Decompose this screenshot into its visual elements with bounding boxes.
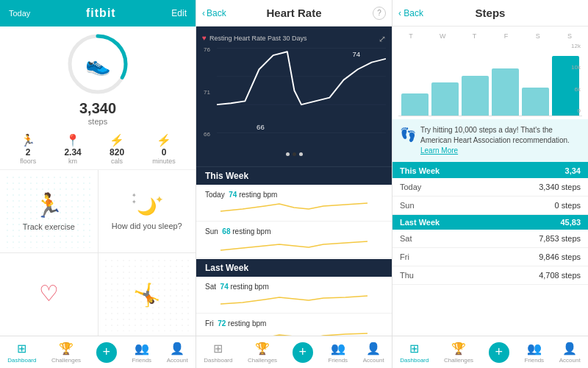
- add-button-2[interactable]: +: [293, 342, 313, 363]
- steps-title: Steps: [476, 7, 506, 19]
- sleep-icon-container: ✦✦ 🌙 ✦: [129, 192, 165, 222]
- account-icon: 👤: [170, 342, 184, 355]
- sat-step-item[interactable]: Sat 7,853 steps: [392, 230, 588, 248]
- bottom-nav-1: ⊞ Dashboard 🏆 Challenges + 👥 Friends 👤 A…: [0, 336, 196, 368]
- sat-bpm-item[interactable]: Sat 74 resting bpm: [196, 277, 392, 314]
- thu-step-day: Thu: [400, 271, 414, 280]
- nav-friends-1[interactable]: 👥 Friends: [132, 342, 151, 364]
- fri-step-val: 9,846 steps: [539, 252, 581, 261]
- y-10k: 10k: [571, 64, 581, 71]
- thu-step-val: 4,708 steps: [539, 271, 581, 280]
- friends-nav-label-3: Friends: [524, 357, 544, 364]
- sat-mini-chart: [205, 292, 383, 307]
- cals-stat[interactable]: ⚡ 820 cals: [110, 133, 124, 165]
- heart-icon: ♡: [39, 280, 59, 306]
- nav-challenges-3[interactable]: 🏆 Challenges: [444, 342, 473, 364]
- challenges-nav-label: Challenges: [51, 357, 81, 364]
- floors-icon: 🏃: [21, 133, 35, 147]
- cals-icon: ⚡: [110, 133, 124, 147]
- sleep-card[interactable]: ✦✦ 🌙 ✦ How did you sleep?: [98, 170, 196, 252]
- add-button-1[interactable]: +: [96, 342, 117, 363]
- bar-col-3[interactable]: [462, 43, 489, 116]
- steps-count: 3,340: [79, 100, 116, 117]
- today-step-val: 3,340 steps: [539, 183, 581, 191]
- cals-unit: cals: [111, 158, 123, 165]
- dot-2: [293, 152, 296, 156]
- account-icon-2: 👤: [366, 342, 381, 355]
- friends-nav-label-2: Friends: [328, 357, 348, 364]
- nav-add-2[interactable]: +: [293, 342, 313, 363]
- thu-step-item[interactable]: Thu 4,708 steps: [392, 266, 588, 285]
- bar-col-4[interactable]: [492, 43, 519, 116]
- nav-dashboard-3[interactable]: ⊞ Dashboard: [400, 342, 429, 364]
- dow-s1: S: [528, 32, 548, 40]
- sun-step-item[interactable]: Sun 0 steps: [392, 197, 588, 215]
- svg-text:66: 66: [257, 123, 265, 131]
- dashboard-nav-label-3: Dashboard: [400, 357, 429, 364]
- heart-rate-header: ‹ Back Heart Rate ?: [196, 0, 392, 26]
- today-step-item[interactable]: Today 3,340 steps: [392, 178, 588, 197]
- bar-col-2[interactable]: [431, 43, 459, 116]
- nav-challenges-1[interactable]: 🏆 Challenges: [51, 342, 81, 364]
- dow-t1: T: [401, 32, 420, 40]
- nav-add-3[interactable]: +: [489, 342, 509, 363]
- nav-account-2[interactable]: 👤 Account: [363, 342, 384, 364]
- sun-bpm-value: 68: [222, 227, 230, 236]
- nav-dashboard-2[interactable]: ⊞ Dashboard: [204, 342, 232, 364]
- fri-step-day: Fri: [400, 252, 409, 261]
- nav-challenges-2[interactable]: 🏆 Challenges: [248, 342, 277, 364]
- bar-col-1[interactable]: [401, 43, 429, 116]
- today-bpm-label: Today 74 resting bpm: [205, 191, 383, 199]
- sat-step-val: 7,853 steps: [539, 234, 581, 243]
- fri-step-item[interactable]: Fri 9,846 steps: [392, 248, 588, 266]
- nav-friends-3[interactable]: 👥 Friends: [524, 342, 544, 364]
- heart-dot-icon: ♥: [202, 34, 207, 42]
- edit-button[interactable]: Edit: [171, 8, 187, 18]
- sun-bpm-label: Sun 68 resting bpm: [205, 227, 383, 236]
- nav-dashboard-1[interactable]: ⊞ Dashboard: [7, 342, 36, 364]
- steps-back-button[interactable]: ‹ Back: [398, 8, 423, 18]
- steps-label: steps: [88, 117, 107, 126]
- bar-5: [522, 88, 549, 116]
- today-bpm-item[interactable]: Today 74 resting bpm: [196, 185, 392, 222]
- bar-col-5[interactable]: [522, 43, 549, 116]
- bar-4: [492, 68, 519, 116]
- steps-this-week-label: This Week: [400, 166, 440, 175]
- sat-bpm-label: Sat 74 resting bpm: [205, 283, 383, 291]
- add-button-3[interactable]: +: [489, 342, 509, 363]
- fri-mini-chart: [205, 329, 383, 336]
- nav-friends-2[interactable]: 👥 Friends: [328, 342, 348, 364]
- heart-back-button[interactable]: ‹ Back: [202, 8, 226, 18]
- last-week-bpm-list: Sat 74 resting bpm Fri 72 resting bpm: [196, 277, 392, 336]
- distance-stat[interactable]: 📍 2.34 km: [64, 133, 81, 165]
- learn-more-link[interactable]: Learn More: [420, 146, 458, 155]
- active-minutes-stat[interactable]: ⚡ 0 minutes: [152, 133, 176, 165]
- nav-account-3[interactable]: 👤 Account: [559, 342, 581, 364]
- panel-dashboard: Today fitbit Edit 👟 3,340 steps 🏃 2 floo…: [0, 0, 196, 368]
- floors-value: 2: [26, 147, 31, 158]
- bar-area: 12k 10k 6k 0: [398, 43, 582, 116]
- bar-3: [462, 76, 489, 116]
- fri-bpm-label: Fri 72 resting bpm: [205, 319, 383, 328]
- heart-rate-chart-area: ♥ Resting Heart Rate Past 30 Days ⤢ 76 7…: [196, 26, 392, 166]
- fri-bpm-item[interactable]: Fri 72 resting bpm: [196, 314, 392, 336]
- expand-icon[interactable]: ⤢: [379, 34, 386, 44]
- heart-y-labels: 76 71 66: [202, 46, 210, 138]
- bpm-list: Today 74 resting bpm Sun 68 resting bpm: [196, 185, 392, 259]
- steps-ring[interactable]: 👟: [65, 31, 131, 97]
- nav-account-1[interactable]: 👤 Account: [167, 342, 188, 364]
- sun-mini-chart: [205, 237, 383, 252]
- steps-last-week-total: 45,83: [560, 218, 581, 227]
- track-exercise-card[interactable]: 🏃 Track exercise: [0, 170, 98, 252]
- sun-bpm-item[interactable]: Sun 68 resting bpm: [196, 222, 392, 258]
- nav-add-1[interactable]: +: [96, 342, 117, 363]
- fri-bpm-value: 72: [218, 319, 226, 328]
- bar-2: [431, 82, 459, 116]
- account-icon-3: 👤: [562, 342, 577, 355]
- floors-stat[interactable]: 🏃 2 floors: [20, 133, 36, 165]
- stats-row: 🏃 2 floors 📍 2.34 km ⚡ 820 cals ⚡ 0 minu…: [0, 129, 196, 170]
- back-label: Back: [207, 8, 226, 18]
- heart-card[interactable]: ♡: [0, 253, 98, 336]
- stars-decoration: ✦✦: [132, 192, 137, 205]
- help-button[interactable]: ?: [373, 7, 386, 20]
